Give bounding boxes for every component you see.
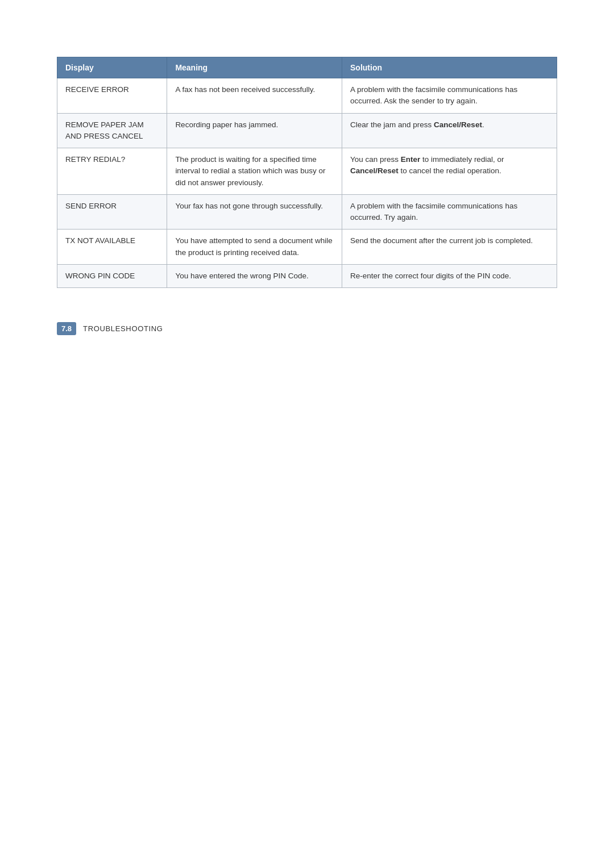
footer-badge: 7.8 <box>57 322 76 335</box>
cell-meaning: Your fax has not gone through successful… <box>167 194 342 229</box>
cell-meaning: The product is waiting for a specified t… <box>167 148 342 195</box>
error-table: Display Meaning Solution RECEIVE ERRORA … <box>57 57 557 288</box>
cell-meaning: You have entered the wrong PIN Code. <box>167 264 342 287</box>
cell-solution: A problem with the facsimile communicati… <box>342 78 557 114</box>
table-row: RECEIVE ERRORA fax has not been received… <box>57 78 557 114</box>
cell-display: TX NOT AVAILABLE <box>57 229 167 265</box>
cell-display: WRONG PIN CODE <box>57 264 167 287</box>
cell-display: REMOVE PAPER JAM AND PRESS CANCEL <box>57 113 167 148</box>
table-row: WRONG PIN CODEYou have entered the wrong… <box>57 264 557 287</box>
table-row: RETRY REDIAL?The product is waiting for … <box>57 148 557 195</box>
cell-solution: A problem with the facsimile communicati… <box>342 194 557 229</box>
cell-display: SEND ERROR <box>57 194 167 229</box>
cell-solution: Send the document after the current job … <box>342 229 557 265</box>
cell-solution: Clear the jam and press Cancel/Reset. <box>342 113 557 148</box>
table-row: TX NOT AVAILABLEYou have attempted to se… <box>57 229 557 265</box>
page-footer: 7.8 Troubleshooting <box>57 322 557 335</box>
cell-solution: You can press Enter to immediately redia… <box>342 148 557 195</box>
cell-solution: Re-enter the correct four digits of the … <box>342 264 557 287</box>
cell-meaning: A fax has not been received successfully… <box>167 78 342 114</box>
table-row: REMOVE PAPER JAM AND PRESS CANCELRecordi… <box>57 113 557 148</box>
cell-display: RETRY REDIAL? <box>57 148 167 195</box>
cell-meaning: You have attempted to send a document wh… <box>167 229 342 265</box>
table-row: SEND ERRORYour fax has not gone through … <box>57 194 557 229</box>
header-meaning: Meaning <box>167 57 342 78</box>
footer-label: Troubleshooting <box>83 324 163 333</box>
cell-display: RECEIVE ERROR <box>57 78 167 114</box>
page-content: Display Meaning Solution RECEIVE ERRORA … <box>57 57 557 335</box>
header-solution: Solution <box>342 57 557 78</box>
cell-meaning: Recording paper has jammed. <box>167 113 342 148</box>
header-display: Display <box>57 57 167 78</box>
